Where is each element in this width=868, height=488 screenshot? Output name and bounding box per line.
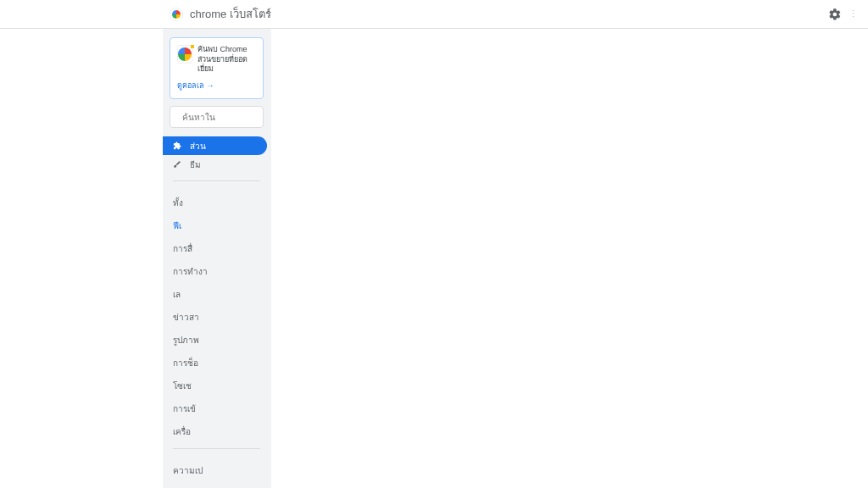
category-item[interactable]: เครื่อ [173,420,260,443]
promo-link-label: ดูคอลเล [177,81,204,90]
category-item[interactable]: การช็อ [173,352,260,374]
category-item[interactable]: ทั้ง [173,191,260,214]
sidebar-footer: ความเป นักพั Updated เกี่ Chrome เว็บสโต… [166,454,267,488]
search-box[interactable] [170,106,264,128]
nav-extensions[interactable]: ส่วน [163,136,267,155]
promo-card[interactable]: ค้นพบ Chrome ส่วนขยายที่ยอดเยี่ยม ดูคอลเ… [170,37,264,99]
header-bar: chrome เว็บสโตร์ ⋮ [0,0,868,29]
page-body: ค้นพบ Chrome ส่วนขยายที่ยอดเยี่ยม ดูคอลเ… [0,29,868,488]
brush-icon [173,160,181,169]
category-item[interactable]: การสื่ [173,237,260,260]
sidebar: ค้นพบ Chrome ส่วนขยายที่ยอดเยี่ยม ดูคอลเ… [163,29,271,488]
nav-ext-label: ส่วน [190,140,206,152]
category-list: ทั้ง ฟีเ การสื่ การทำงา เล ข่าวสา รูปภาพ… [166,186,267,443]
category-item[interactable]: รูปภาพ [173,329,260,352]
privacy-label: ความเป [173,464,203,477]
promo-text: ค้นพบ Chrome ส่วนขยายที่ยอดเยี่ยม [198,45,256,75]
nav-theme-label: ธีม [190,158,201,171]
arrow-right-icon: → [207,81,214,90]
category-item[interactable]: การเข้ [173,397,260,420]
category-item[interactable]: การทำงา [173,260,260,283]
promo-chrome-icon [177,45,192,64]
nav-themes[interactable]: ธีม [163,155,270,174]
header-right: ⋮ [828,8,858,21]
page-title: chrome เว็บสโตร์ [190,5,271,23]
category-item[interactable]: ข่าวสา [173,306,260,329]
main-content [271,29,705,488]
header-sign-in[interactable]: ⋮ [849,8,858,19]
category-item[interactable]: เล [173,283,260,306]
promo-link[interactable]: ดูคอลเล → [177,80,256,92]
developer-link[interactable]: นักพั Updated [173,482,260,488]
gear-icon[interactable] [828,8,842,21]
header-left: chrome เว็บสโตร์ [170,5,271,23]
puzzle-icon [173,141,181,150]
divider [173,448,260,449]
nav-section: ส่วน ธีม [163,136,270,174]
content-container: ค้นพบ Chrome ส่วนขยายที่ยอดเยี่ยม ดูคอลเ… [163,29,705,488]
divider [173,180,260,181]
category-item[interactable]: โซเช [173,374,260,397]
privacy-link[interactable]: ความเป [173,459,260,482]
category-item[interactable]: ฟีเ [173,214,260,237]
chrome-logo-icon [170,8,183,21]
